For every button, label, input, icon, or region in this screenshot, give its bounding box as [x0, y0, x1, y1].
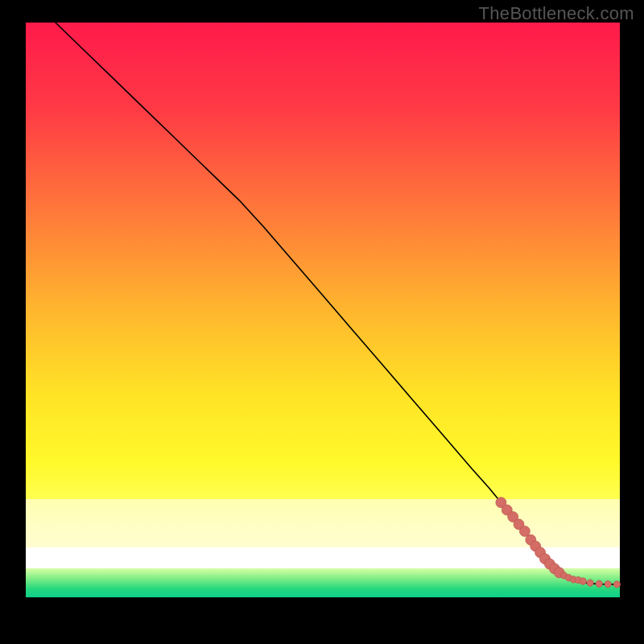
gradient-green-band — [26, 568, 620, 597]
chart-stage: TheBottleneck.com — [0, 0, 644, 644]
gradient-white-gap — [26, 547, 620, 568]
data-marker — [613, 581, 620, 588]
data-marker — [580, 578, 586, 584]
data-marker — [587, 580, 593, 586]
data-marker — [596, 580, 602, 587]
chart-svg — [0, 0, 644, 644]
chart-background — [26, 23, 620, 618]
data-marker — [605, 580, 611, 587]
bottom-black-strip — [26, 597, 620, 618]
gradient-red-yellow — [26, 23, 620, 499]
